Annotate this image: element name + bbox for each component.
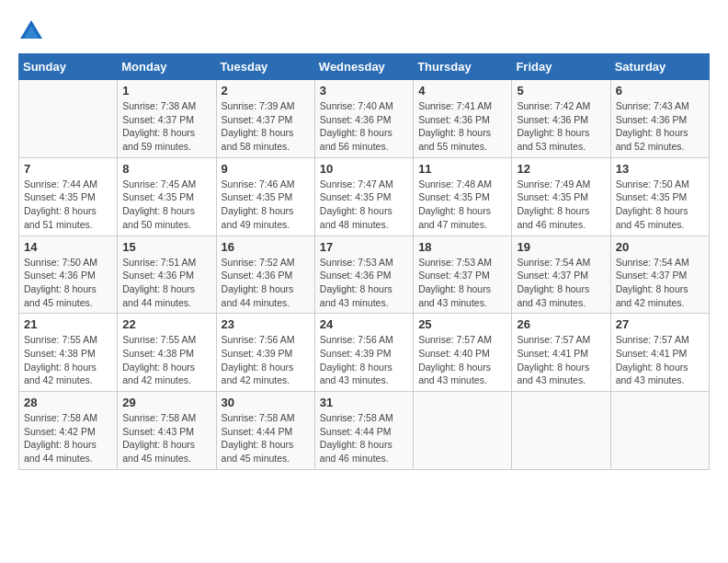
day-number: 8 [122,162,210,176]
calendar-cell: 15Sunrise: 7:51 AM Sunset: 4:36 PM Dayli… [118,236,216,314]
calendar-cell: 2Sunrise: 7:39 AM Sunset: 4:37 PM Daylig… [216,80,314,158]
weekday-header: Sunday [19,54,118,80]
day-info: Sunrise: 7:48 AM Sunset: 4:35 PM Dayligh… [418,178,506,232]
calendar-cell [19,80,118,158]
calendar-cell: 27Sunrise: 7:57 AM Sunset: 4:41 PM Dayli… [610,314,709,392]
calendar-week-row: 21Sunrise: 7:55 AM Sunset: 4:38 PM Dayli… [19,314,710,392]
day-number: 28 [24,396,112,409]
calendar-cell: 28Sunrise: 7:58 AM Sunset: 4:42 PM Dayli… [19,392,118,470]
calendar-cell: 23Sunrise: 7:56 AM Sunset: 4:39 PM Dayli… [216,314,314,392]
calendar-cell: 5Sunrise: 7:42 AM Sunset: 4:36 PM Daylig… [512,80,610,158]
day-number: 30 [222,396,310,409]
day-number: 4 [418,84,506,98]
calendar-cell: 14Sunrise: 7:50 AM Sunset: 4:36 PM Dayli… [19,236,118,314]
day-info: Sunrise: 7:42 AM Sunset: 4:36 PM Dayligh… [517,99,605,154]
calendar-table: SundayMondayTuesdayWednesdayThursdayFrid… [18,53,710,470]
calendar-cell: 1Sunrise: 7:38 AM Sunset: 4:37 PM Daylig… [118,80,216,158]
weekday-header: Wednesday [314,54,413,80]
calendar-cell: 29Sunrise: 7:58 AM Sunset: 4:43 PM Dayli… [118,392,216,470]
calendar-body: 1Sunrise: 7:38 AM Sunset: 4:37 PM Daylig… [19,80,710,470]
day-info: Sunrise: 7:44 AM Sunset: 4:35 PM Dayligh… [24,178,112,232]
day-info: Sunrise: 7:46 AM Sunset: 4:35 PM Dayligh… [222,178,310,232]
page-header [18,18,710,44]
logo [18,18,48,44]
calendar-cell: 31Sunrise: 7:58 AM Sunset: 4:44 PM Dayli… [314,392,413,470]
day-number: 29 [122,396,210,409]
calendar-cell: 24Sunrise: 7:56 AM Sunset: 4:39 PM Dayli… [314,314,413,392]
calendar-cell: 18Sunrise: 7:53 AM Sunset: 4:37 PM Dayli… [414,236,512,314]
day-number: 9 [222,162,310,176]
calendar-cell: 9Sunrise: 7:46 AM Sunset: 4:35 PM Daylig… [216,157,314,236]
weekday-header: Thursday [414,54,512,80]
calendar-week-row: 14Sunrise: 7:50 AM Sunset: 4:36 PM Dayli… [19,236,710,314]
day-number: 13 [616,162,704,176]
day-number: 10 [320,162,408,176]
day-number: 19 [517,240,605,254]
calendar-cell: 4Sunrise: 7:41 AM Sunset: 4:36 PM Daylig… [414,80,512,158]
calendar-cell: 11Sunrise: 7:48 AM Sunset: 4:35 PM Dayli… [414,157,512,236]
day-info: Sunrise: 7:58 AM Sunset: 4:44 PM Dayligh… [222,411,310,465]
calendar-week-row: 7Sunrise: 7:44 AM Sunset: 4:35 PM Daylig… [19,157,710,236]
day-info: Sunrise: 7:58 AM Sunset: 4:42 PM Dayligh… [24,411,112,465]
calendar-cell: 17Sunrise: 7:53 AM Sunset: 4:36 PM Dayli… [314,236,413,314]
calendar-cell: 20Sunrise: 7:54 AM Sunset: 4:37 PM Dayli… [610,236,709,314]
calendar-cell: 6Sunrise: 7:43 AM Sunset: 4:36 PM Daylig… [610,80,709,158]
day-number: 16 [222,240,310,254]
day-number: 14 [24,240,112,254]
day-number: 25 [418,317,506,331]
day-info: Sunrise: 7:55 AM Sunset: 4:38 PM Dayligh… [122,333,210,387]
day-number: 6 [616,84,704,98]
day-number: 18 [418,240,506,254]
calendar-cell: 8Sunrise: 7:45 AM Sunset: 4:35 PM Daylig… [118,157,216,236]
weekday-row: SundayMondayTuesdayWednesdayThursdayFrid… [19,54,710,80]
weekday-header: Friday [512,54,610,80]
calendar-cell [610,392,709,470]
day-info: Sunrise: 7:47 AM Sunset: 4:35 PM Dayligh… [320,178,408,232]
day-number: 20 [616,240,704,254]
calendar-cell: 7Sunrise: 7:44 AM Sunset: 4:35 PM Daylig… [19,157,118,236]
day-number: 1 [122,84,210,98]
day-number: 27 [616,317,704,331]
calendar-cell: 22Sunrise: 7:55 AM Sunset: 4:38 PM Dayli… [118,314,216,392]
calendar-cell: 13Sunrise: 7:50 AM Sunset: 4:35 PM Dayli… [610,157,709,236]
day-info: Sunrise: 7:58 AM Sunset: 4:43 PM Dayligh… [122,411,210,465]
calendar-cell: 16Sunrise: 7:52 AM Sunset: 4:36 PM Dayli… [216,236,314,314]
day-number: 2 [222,84,310,98]
day-number: 22 [122,317,210,331]
day-info: Sunrise: 7:54 AM Sunset: 4:37 PM Dayligh… [616,256,704,310]
day-number: 26 [517,317,605,331]
day-number: 12 [517,162,605,176]
day-number: 15 [122,240,210,254]
day-info: Sunrise: 7:50 AM Sunset: 4:35 PM Dayligh… [616,178,704,232]
day-number: 23 [222,317,310,331]
calendar-cell: 25Sunrise: 7:57 AM Sunset: 4:40 PM Dayli… [414,314,512,392]
calendar-cell: 19Sunrise: 7:54 AM Sunset: 4:37 PM Dayli… [512,236,610,314]
day-info: Sunrise: 7:52 AM Sunset: 4:36 PM Dayligh… [222,256,310,310]
calendar-week-row: 1Sunrise: 7:38 AM Sunset: 4:37 PM Daylig… [19,80,710,158]
weekday-header: Tuesday [216,54,314,80]
calendar-cell: 12Sunrise: 7:49 AM Sunset: 4:35 PM Dayli… [512,157,610,236]
day-info: Sunrise: 7:38 AM Sunset: 4:37 PM Dayligh… [122,99,210,154]
weekday-header: Monday [118,54,216,80]
day-info: Sunrise: 7:57 AM Sunset: 4:41 PM Dayligh… [616,333,704,387]
calendar-cell [512,392,610,470]
day-info: Sunrise: 7:51 AM Sunset: 4:36 PM Dayligh… [122,256,210,310]
calendar-week-row: 28Sunrise: 7:58 AM Sunset: 4:42 PM Dayli… [19,392,710,470]
day-info: Sunrise: 7:43 AM Sunset: 4:36 PM Dayligh… [616,99,704,154]
calendar-cell: 30Sunrise: 7:58 AM Sunset: 4:44 PM Dayli… [216,392,314,470]
day-number: 24 [320,317,408,331]
day-number: 17 [320,240,408,254]
day-info: Sunrise: 7:53 AM Sunset: 4:36 PM Dayligh… [320,256,408,310]
day-info: Sunrise: 7:53 AM Sunset: 4:37 PM Dayligh… [418,256,506,310]
day-info: Sunrise: 7:54 AM Sunset: 4:37 PM Dayligh… [517,256,605,310]
day-info: Sunrise: 7:39 AM Sunset: 4:37 PM Dayligh… [222,99,310,154]
day-info: Sunrise: 7:49 AM Sunset: 4:35 PM Dayligh… [517,178,605,232]
calendar-cell: 3Sunrise: 7:40 AM Sunset: 4:36 PM Daylig… [314,80,413,158]
day-info: Sunrise: 7:56 AM Sunset: 4:39 PM Dayligh… [222,333,310,387]
calendar-cell: 10Sunrise: 7:47 AM Sunset: 4:35 PM Dayli… [314,157,413,236]
day-number: 21 [24,317,112,331]
day-number: 11 [418,162,506,176]
day-info: Sunrise: 7:40 AM Sunset: 4:36 PM Dayligh… [320,99,408,154]
day-info: Sunrise: 7:58 AM Sunset: 4:44 PM Dayligh… [320,411,408,465]
day-number: 7 [24,162,112,176]
